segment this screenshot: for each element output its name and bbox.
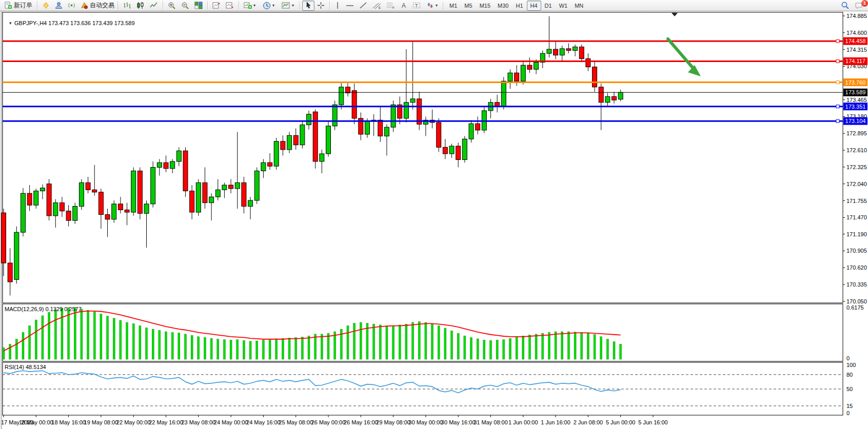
search-button[interactable] xyxy=(838,1,852,11)
template-dropdown-button[interactable]: ▾ xyxy=(279,1,299,11)
macd-bar xyxy=(3,348,5,359)
bar-chart-button[interactable] xyxy=(121,1,134,11)
tab-timeframe-m15[interactable]: M15 xyxy=(476,1,494,11)
macd-bar xyxy=(230,340,232,359)
candle xyxy=(612,96,617,100)
candle xyxy=(229,185,233,189)
new-order-button[interactable]: 新订单 xyxy=(2,1,35,11)
svg-text:174.458: 174.458 xyxy=(845,38,866,44)
text-button[interactable]: A xyxy=(398,1,410,11)
macd-pane[interactable] xyxy=(3,304,843,361)
tab-timeframe-d1[interactable]: D1 xyxy=(541,1,556,11)
candle xyxy=(501,81,506,107)
toolbar-grip xyxy=(299,2,301,9)
price-tick-label: 172.895 xyxy=(846,130,867,136)
macd-bar xyxy=(107,316,109,359)
tab-timeframe-m5[interactable]: M5 xyxy=(461,1,476,11)
price-tick-label: 171.755 xyxy=(846,198,867,204)
macd-bar xyxy=(146,328,148,359)
line-handle[interactable] xyxy=(836,119,839,122)
macd-bar xyxy=(308,336,310,359)
cursor-button[interactable] xyxy=(302,1,314,11)
equidistant-channel-button[interactable]: E xyxy=(370,1,384,11)
price-pane[interactable] xyxy=(3,12,843,303)
price-tick-label: 174.885 xyxy=(846,13,867,19)
candle xyxy=(281,141,285,150)
tab-timeframe-m1[interactable]: M1 xyxy=(446,1,461,11)
gold-diamond-icon xyxy=(42,2,50,9)
macd-bar xyxy=(282,338,284,359)
macd-bar xyxy=(126,322,128,359)
macd-bar xyxy=(535,334,537,359)
time-axis[interactable]: 17 May 202318 May 00:0018 May 16:0019 Ma… xyxy=(1,415,668,425)
zoom-in-button[interactable] xyxy=(165,1,179,11)
candle xyxy=(508,73,512,81)
price-tick-label: 170.620 xyxy=(846,264,867,271)
candle xyxy=(268,162,272,166)
candle xyxy=(599,87,603,103)
trading-chart[interactable]: 174.885174.600174.315174.030173.465173.1… xyxy=(0,0,868,429)
auto-arrange-button[interactable] xyxy=(210,1,223,11)
signal-icon xyxy=(68,2,75,9)
period-dropdown-button[interactable]: ▾ xyxy=(260,1,279,11)
new-chart-button[interactable]: ▾ xyxy=(241,1,260,11)
line-handle[interactable] xyxy=(836,81,839,84)
macd-axis-min: 0 xyxy=(846,355,850,361)
line-chart-button[interactable] xyxy=(147,1,161,11)
candle xyxy=(164,162,168,169)
tab-timeframe-mn[interactable]: MN xyxy=(571,1,587,11)
rsi-indicator-label: RSI(14) 48.5134 xyxy=(5,364,46,370)
line-handle[interactable] xyxy=(836,59,839,63)
macd-bar xyxy=(470,337,472,359)
macd-bar xyxy=(496,340,498,359)
tile-windows-button[interactable] xyxy=(192,1,205,11)
zoom-out-button[interactable] xyxy=(179,1,192,11)
svg-text:F: F xyxy=(392,6,394,9)
candle xyxy=(170,161,175,169)
trendline-button[interactable] xyxy=(357,1,370,11)
macd-bar xyxy=(139,326,141,359)
candle xyxy=(190,191,194,212)
text-label-button[interactable]: T xyxy=(410,1,423,11)
notifications-button[interactable]: 1 xyxy=(852,1,866,11)
arrows-icon xyxy=(426,2,434,9)
shapes-dropdown-button[interactable]: ▾ xyxy=(423,1,442,11)
candle xyxy=(404,103,408,118)
price-axis: 174.885174.600174.315174.030173.465173.1… xyxy=(843,13,867,304)
chart-menu-arrow-icon[interactable]: ▼ xyxy=(8,21,12,26)
horizontal-line-button[interactable] xyxy=(343,1,357,11)
signal-button[interactable] xyxy=(65,1,78,11)
profile-button[interactable] xyxy=(52,1,65,11)
price-tick-label: 174.600 xyxy=(846,30,867,36)
vertical-line-button[interactable] xyxy=(332,1,343,11)
tab-timeframe-w1[interactable]: W1 xyxy=(556,1,571,11)
candle xyxy=(209,197,214,203)
macd-bar xyxy=(35,320,37,359)
candle xyxy=(332,105,337,126)
time-tick-label: 29 May 08:00 xyxy=(376,419,410,425)
macd-bar xyxy=(528,335,530,359)
tab-timeframe-m30[interactable]: M30 xyxy=(494,1,512,11)
line-handle[interactable] xyxy=(836,105,839,108)
separator xyxy=(329,1,330,10)
macd-bar xyxy=(373,324,375,359)
macd-bar xyxy=(171,333,173,359)
svg-text:174.117: 174.117 xyxy=(845,58,865,64)
crosshair-button[interactable] xyxy=(314,1,327,11)
tab-timeframe-h4[interactable]: H4 xyxy=(527,1,541,11)
price-tick-label: 174.315 xyxy=(846,47,867,53)
macd-bar xyxy=(81,309,83,359)
scale-fix-button[interactable] xyxy=(223,1,236,11)
rsi-level-label: 50 xyxy=(846,386,853,392)
tab-timeframe-h1[interactable]: H1 xyxy=(512,1,526,11)
fibonacci-button[interactable]: F xyxy=(384,1,398,11)
line-handle[interactable] xyxy=(836,39,839,43)
gold-widget-button[interactable] xyxy=(40,1,52,11)
candle xyxy=(339,87,344,105)
dropdown-caret-icon: ▾ xyxy=(253,3,255,8)
rsi-level-label: 0 xyxy=(846,410,850,416)
candlestick-button[interactable] xyxy=(134,1,147,11)
text-icon: A xyxy=(400,2,407,9)
separator xyxy=(163,1,163,10)
autotrade-button[interactable]: 自动交易 xyxy=(78,1,117,11)
